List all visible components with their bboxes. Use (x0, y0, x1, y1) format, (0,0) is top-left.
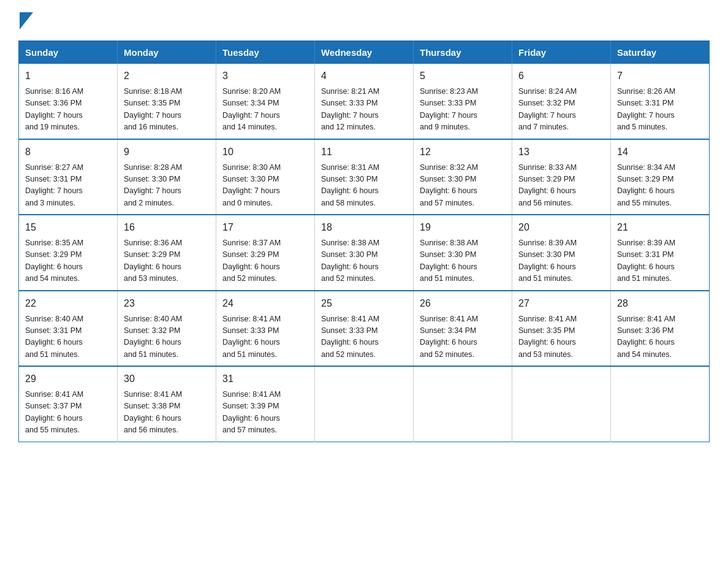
svg-marker-0 (20, 12, 33, 29)
calendar-cell: 7Sunrise: 8:26 AM Sunset: 3:31 PM Daylig… (611, 64, 710, 139)
day-number: 29 (25, 372, 111, 386)
day-number: 27 (518, 296, 604, 311)
day-number: 18 (321, 220, 407, 235)
calendar-cell: 18Sunrise: 8:38 AM Sunset: 3:30 PM Dayli… (315, 215, 414, 291)
day-number: 23 (124, 296, 210, 311)
day-info: Sunrise: 8:41 AM Sunset: 3:33 PM Dayligh… (222, 313, 308, 361)
day-number: 13 (518, 145, 604, 159)
day-info: Sunrise: 8:21 AM Sunset: 3:33 PM Dayligh… (321, 86, 407, 134)
calendar-cell: 19Sunrise: 8:38 AM Sunset: 3:30 PM Dayli… (414, 215, 512, 291)
day-info: Sunrise: 8:23 AM Sunset: 3:33 PM Dayligh… (420, 86, 506, 134)
day-info: Sunrise: 8:41 AM Sunset: 3:37 PM Dayligh… (25, 389, 111, 437)
day-number: 28 (617, 296, 703, 311)
logo (18, 12, 33, 29)
logo-triangle-icon (20, 12, 33, 29)
calendar-cell: 25Sunrise: 8:41 AM Sunset: 3:33 PM Dayli… (315, 291, 414, 367)
day-number: 31 (222, 372, 308, 386)
day-info: Sunrise: 8:37 AM Sunset: 3:29 PM Dayligh… (222, 237, 308, 285)
day-number: 10 (222, 145, 308, 159)
day-number: 25 (321, 296, 407, 311)
day-number: 8 (25, 145, 111, 159)
calendar-cell: 17Sunrise: 8:37 AM Sunset: 3:29 PM Dayli… (216, 215, 315, 291)
day-number: 14 (617, 145, 703, 159)
calendar-cell: 31Sunrise: 8:41 AM Sunset: 3:39 PM Dayli… (216, 366, 315, 442)
calendar-cell (414, 366, 512, 442)
day-info: Sunrise: 8:41 AM Sunset: 3:35 PM Dayligh… (518, 313, 604, 361)
calendar-cell: 1Sunrise: 8:16 AM Sunset: 3:36 PM Daylig… (19, 64, 118, 139)
day-number: 21 (617, 220, 703, 235)
calendar-week-2: 8Sunrise: 8:27 AM Sunset: 3:31 PM Daylig… (19, 139, 710, 215)
day-info: Sunrise: 8:16 AM Sunset: 3:36 PM Dayligh… (25, 86, 111, 134)
day-info: Sunrise: 8:40 AM Sunset: 3:32 PM Dayligh… (124, 313, 210, 361)
day-number: 4 (321, 69, 407, 83)
calendar-week-3: 15Sunrise: 8:35 AM Sunset: 3:29 PM Dayli… (19, 215, 710, 291)
day-info: Sunrise: 8:41 AM Sunset: 3:38 PM Dayligh… (124, 389, 210, 437)
day-number: 12 (420, 145, 506, 159)
calendar-cell: 11Sunrise: 8:31 AM Sunset: 3:30 PM Dayli… (315, 139, 414, 215)
calendar-cell (611, 366, 710, 442)
day-info: Sunrise: 8:38 AM Sunset: 3:30 PM Dayligh… (321, 237, 407, 285)
day-info: Sunrise: 8:31 AM Sunset: 3:30 PM Dayligh… (321, 162, 407, 210)
weekday-header-sunday: Sunday (19, 41, 118, 64)
calendar-cell: 3Sunrise: 8:20 AM Sunset: 3:34 PM Daylig… (216, 64, 315, 139)
weekday-header-saturday: Saturday (611, 41, 710, 64)
day-info: Sunrise: 8:36 AM Sunset: 3:29 PM Dayligh… (124, 237, 210, 285)
calendar-cell: 27Sunrise: 8:41 AM Sunset: 3:35 PM Dayli… (512, 291, 611, 367)
day-info: Sunrise: 8:39 AM Sunset: 3:30 PM Dayligh… (518, 237, 604, 285)
day-number: 7 (617, 69, 703, 83)
day-info: Sunrise: 8:33 AM Sunset: 3:29 PM Dayligh… (518, 162, 604, 210)
calendar-cell: 22Sunrise: 8:40 AM Sunset: 3:31 PM Dayli… (19, 291, 118, 367)
day-info: Sunrise: 8:20 AM Sunset: 3:34 PM Dayligh… (222, 86, 308, 134)
day-info: Sunrise: 8:26 AM Sunset: 3:31 PM Dayligh… (617, 86, 703, 134)
day-info: Sunrise: 8:27 AM Sunset: 3:31 PM Dayligh… (25, 162, 111, 210)
calendar-cell: 21Sunrise: 8:39 AM Sunset: 3:31 PM Dayli… (611, 215, 710, 291)
calendar-week-5: 29Sunrise: 8:41 AM Sunset: 3:37 PM Dayli… (19, 366, 710, 442)
day-number: 1 (25, 69, 111, 83)
calendar-cell: 14Sunrise: 8:34 AM Sunset: 3:29 PM Dayli… (611, 139, 710, 215)
calendar-cell: 23Sunrise: 8:40 AM Sunset: 3:32 PM Dayli… (118, 291, 216, 367)
day-number: 16 (124, 220, 210, 235)
day-info: Sunrise: 8:40 AM Sunset: 3:31 PM Dayligh… (25, 313, 111, 361)
calendar-cell: 20Sunrise: 8:39 AM Sunset: 3:30 PM Dayli… (512, 215, 611, 291)
calendar-cell (512, 366, 611, 442)
calendar-week-4: 22Sunrise: 8:40 AM Sunset: 3:31 PM Dayli… (19, 291, 710, 367)
weekday-header-thursday: Thursday (414, 41, 512, 64)
day-info: Sunrise: 8:18 AM Sunset: 3:35 PM Dayligh… (124, 86, 210, 134)
day-info: Sunrise: 8:41 AM Sunset: 3:39 PM Dayligh… (222, 389, 308, 437)
day-number: 26 (420, 296, 506, 311)
calendar-week-1: 1Sunrise: 8:16 AM Sunset: 3:36 PM Daylig… (19, 64, 710, 139)
day-number: 17 (222, 220, 308, 235)
day-info: Sunrise: 8:35 AM Sunset: 3:29 PM Dayligh… (25, 237, 111, 285)
page-header (18, 12, 710, 29)
calendar-cell: 6Sunrise: 8:24 AM Sunset: 3:32 PM Daylig… (512, 64, 611, 139)
day-number: 2 (124, 69, 210, 83)
day-info: Sunrise: 8:34 AM Sunset: 3:29 PM Dayligh… (617, 162, 703, 210)
weekday-header-tuesday: Tuesday (216, 41, 315, 64)
day-info: Sunrise: 8:28 AM Sunset: 3:30 PM Dayligh… (124, 162, 210, 210)
weekday-header-wednesday: Wednesday (315, 41, 414, 64)
weekday-header-friday: Friday (512, 41, 611, 64)
calendar-cell: 30Sunrise: 8:41 AM Sunset: 3:38 PM Dayli… (118, 366, 216, 442)
calendar-cell (315, 366, 414, 442)
calendar-cell: 13Sunrise: 8:33 AM Sunset: 3:29 PM Dayli… (512, 139, 611, 215)
calendar-cell: 4Sunrise: 8:21 AM Sunset: 3:33 PM Daylig… (315, 64, 414, 139)
calendar-header-row: SundayMondayTuesdayWednesdayThursdayFrid… (19, 41, 710, 64)
day-number: 22 (25, 296, 111, 311)
day-info: Sunrise: 8:32 AM Sunset: 3:30 PM Dayligh… (420, 162, 506, 210)
day-number: 3 (222, 69, 308, 83)
day-info: Sunrise: 8:41 AM Sunset: 3:34 PM Dayligh… (420, 313, 506, 361)
calendar-cell: 9Sunrise: 8:28 AM Sunset: 3:30 PM Daylig… (118, 139, 216, 215)
calendar-cell: 12Sunrise: 8:32 AM Sunset: 3:30 PM Dayli… (414, 139, 512, 215)
calendar-cell: 24Sunrise: 8:41 AM Sunset: 3:33 PM Dayli… (216, 291, 315, 367)
calendar-cell: 2Sunrise: 8:18 AM Sunset: 3:35 PM Daylig… (118, 64, 216, 139)
weekday-header-monday: Monday (118, 41, 216, 64)
day-number: 11 (321, 145, 407, 159)
day-number: 15 (25, 220, 111, 235)
day-number: 30 (124, 372, 210, 386)
day-info: Sunrise: 8:41 AM Sunset: 3:36 PM Dayligh… (617, 313, 703, 361)
day-number: 20 (518, 220, 604, 235)
calendar-cell: 10Sunrise: 8:30 AM Sunset: 3:30 PM Dayli… (216, 139, 315, 215)
day-number: 6 (518, 69, 604, 83)
day-number: 9 (124, 145, 210, 159)
day-info: Sunrise: 8:41 AM Sunset: 3:33 PM Dayligh… (321, 313, 407, 361)
